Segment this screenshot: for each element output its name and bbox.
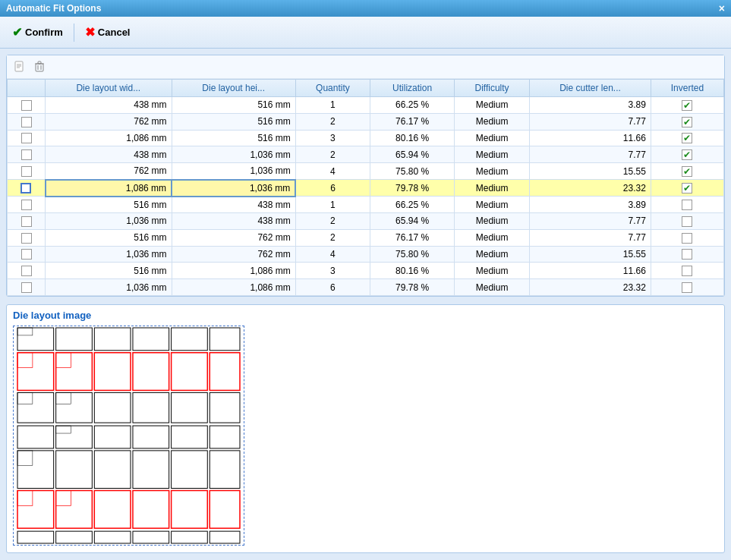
quantity-cell: 2	[295, 146, 370, 163]
inverted-checkbox[interactable]	[682, 183, 692, 193]
inverted-cell[interactable]	[651, 146, 723, 163]
inverted-cell[interactable]	[651, 279, 723, 296]
inverted-cell[interactable]	[651, 113, 723, 130]
svg-rect-36	[133, 426, 169, 448]
inverted-checkbox[interactable]	[682, 149, 692, 160]
selected-checkbox[interactable]	[21, 166, 32, 177]
selected-checkbox[interactable]	[21, 133, 32, 143]
col-inverted: Inverted	[651, 80, 723, 97]
svg-rect-54	[17, 531, 54, 543]
svg-rect-58	[172, 531, 208, 543]
inverted-cell[interactable]	[651, 263, 723, 279]
selected-checkbox[interactable]	[21, 282, 32, 293]
selected-checkbox[interactable]	[21, 249, 32, 260]
svg-rect-59	[210, 531, 240, 543]
utilization-cell: 79.78 %	[370, 180, 455, 197]
table-row: 438 mm516 mm166.25 %Medium3.89	[8, 97, 724, 114]
close-icon[interactable]: ×	[719, 2, 725, 14]
inverted-checkbox[interactable]	[682, 266, 692, 276]
quantity-cell: 2	[295, 113, 370, 130]
svg-rect-43	[133, 451, 169, 489]
selected-checkbox[interactable]	[21, 200, 32, 210]
inverted-cell[interactable]	[651, 197, 723, 213]
table-section: Die layout wid... Die layout hei... Quan…	[6, 55, 725, 297]
width-cell: 1,086 mm	[46, 130, 172, 146]
inverted-cell[interactable]	[651, 163, 723, 180]
selected-cell[interactable]	[8, 163, 46, 180]
svg-rect-35	[94, 426, 131, 448]
inverted-cell[interactable]	[651, 246, 723, 263]
selected-checkbox[interactable]	[21, 233, 32, 244]
cutter-len-cell: 23.32	[530, 279, 651, 296]
selected-cell[interactable]	[8, 180, 46, 197]
difficulty-cell: Medium	[455, 279, 530, 296]
selected-checkbox[interactable]	[21, 266, 32, 276]
svg-rect-48	[56, 491, 93, 529]
svg-rect-21	[133, 353, 169, 391]
inverted-cell[interactable]	[651, 212, 723, 229]
selected-cell[interactable]	[8, 113, 46, 130]
inverted-cell[interactable]	[651, 130, 723, 146]
height-cell: 438 mm	[172, 212, 295, 229]
inverted-checkbox[interactable]	[682, 166, 692, 177]
svg-rect-37	[172, 426, 208, 448]
inverted-checkbox[interactable]	[682, 117, 692, 127]
inverted-checkbox[interactable]	[682, 233, 692, 244]
inverted-checkbox[interactable]	[682, 100, 692, 111]
selected-checkbox[interactable]	[21, 149, 32, 160]
svg-rect-12	[94, 328, 131, 351]
selected-cell[interactable]	[8, 146, 46, 163]
inverted-checkbox[interactable]	[682, 133, 692, 143]
selected-checkbox[interactable]	[20, 183, 31, 193]
svg-rect-40	[17, 451, 33, 466]
svg-rect-4	[36, 64, 43, 71]
difficulty-cell: Medium	[455, 130, 530, 146]
selected-cell[interactable]	[8, 246, 46, 263]
inverted-checkbox[interactable]	[682, 216, 692, 227]
height-cell: 762 mm	[172, 229, 295, 246]
height-cell: 1,036 mm	[172, 146, 295, 163]
difficulty-cell: Medium	[455, 229, 530, 246]
table-row: 762 mm516 mm276.17 %Medium7.77	[8, 113, 724, 130]
confirm-button[interactable]: ✔ Confirm	[8, 23, 68, 42]
cutter-len-cell: 15.55	[530, 163, 651, 180]
selected-cell[interactable]	[8, 130, 46, 146]
inverted-cell[interactable]	[651, 180, 723, 197]
selected-cell[interactable]	[8, 279, 46, 296]
page-icon-btn[interactable]	[11, 58, 28, 75]
utilization-cell: 75.80 %	[370, 246, 455, 263]
svg-rect-51	[133, 491, 169, 529]
difficulty-cell: Medium	[455, 246, 530, 263]
utilization-cell: 79.78 %	[370, 279, 455, 296]
width-cell: 1,036 mm	[46, 279, 172, 296]
selected-cell[interactable]	[8, 97, 46, 114]
trash-icon	[34, 61, 45, 73]
inverted-checkbox[interactable]	[682, 249, 692, 260]
selected-cell[interactable]	[8, 263, 46, 279]
quantity-cell: 2	[295, 212, 370, 229]
selected-checkbox[interactable]	[21, 216, 32, 227]
inverted-checkbox[interactable]	[682, 200, 692, 210]
utilization-cell: 80.16 %	[370, 263, 455, 279]
selected-checkbox[interactable]	[21, 117, 32, 127]
difficulty-cell: Medium	[455, 263, 530, 279]
cancel-button[interactable]: ✖ Cancel	[80, 23, 135, 42]
selected-checkbox[interactable]	[21, 100, 32, 111]
inverted-cell[interactable]	[651, 97, 723, 114]
main-content: Die layout wid... Die layout hei... Quan…	[0, 49, 731, 560]
toolbar-divider	[74, 24, 74, 42]
difficulty-cell: Medium	[455, 97, 530, 114]
inverted-checkbox[interactable]	[682, 282, 692, 293]
utilization-cell: 76.17 %	[370, 229, 455, 246]
width-cell: 438 mm	[46, 97, 172, 114]
delete-icon-btn[interactable]	[31, 58, 48, 75]
selected-cell[interactable]	[8, 197, 46, 213]
width-cell: 516 mm	[46, 197, 172, 213]
quantity-cell: 3	[295, 263, 370, 279]
quantity-cell: 6	[295, 279, 370, 296]
svg-rect-56	[94, 531, 131, 543]
selected-cell[interactable]	[8, 229, 46, 246]
height-cell: 516 mm	[172, 130, 295, 146]
selected-cell[interactable]	[8, 212, 46, 229]
inverted-cell[interactable]	[651, 229, 723, 246]
